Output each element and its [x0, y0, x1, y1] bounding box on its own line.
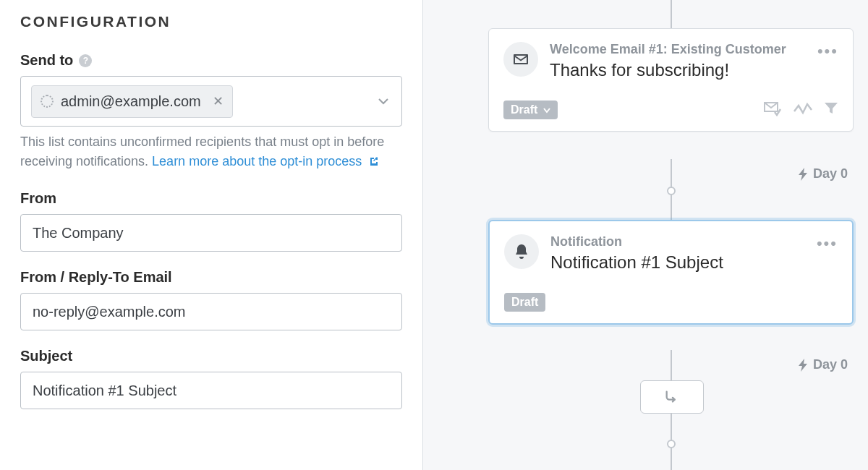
reply-to-label: From / Reply-To Email: [20, 269, 402, 286]
branch-node[interactable]: [640, 380, 704, 414]
help-icon[interactable]: ?: [79, 54, 92, 67]
opt-in-learn-more-link[interactable]: Learn more about the opt-in process: [152, 154, 380, 168]
from-label: From: [20, 190, 402, 207]
field-reply-to: From / Reply-To Email: [20, 269, 402, 330]
day-label: Day 0: [799, 166, 848, 181]
section-title: CONFIGURATION: [20, 13, 402, 30]
card-headline: Thanks for subscribing!: [550, 60, 806, 80]
activity-icon[interactable]: [793, 101, 812, 119]
card-more-icon[interactable]: •••: [817, 42, 838, 59]
reply-to-input[interactable]: [20, 293, 402, 330]
card-header: Welcome Email #1: Existing Customer Than…: [503, 42, 838, 80]
card-footer-icons: [763, 101, 838, 119]
subject-input[interactable]: [20, 372, 402, 409]
external-link-icon: [368, 153, 380, 173]
card-overline: Welcome Email #1: Existing Customer: [550, 42, 806, 57]
field-from: From: [20, 190, 402, 252]
card-overline: Notification: [550, 234, 805, 249]
card-titles: Welcome Email #1: Existing Customer Than…: [550, 42, 806, 80]
caret-down-icon: [543, 103, 550, 116]
field-subject: Subject: [20, 348, 402, 409]
flow-canvas[interactable]: Welcome Email #1: Existing Customer Than…: [423, 0, 868, 470]
flow-card-notification[interactable]: Notification Notification #1 Subject •••…: [488, 220, 854, 325]
flow-node-dot: [667, 440, 676, 448]
card-footer: Draft: [503, 101, 838, 119]
bell-icon: [504, 234, 539, 269]
connector-line: [671, 0, 672, 29]
bolt-icon: [799, 359, 809, 372]
send-to-label: Send to: [20, 52, 73, 69]
card-header: Notification Notification #1 Subject •••: [504, 234, 838, 273]
status-badge[interactable]: Draft: [504, 293, 545, 312]
day-label: Day 0: [799, 357, 848, 372]
bolt-icon: [799, 168, 809, 181]
field-send-to: Send to ? admin@example.com ✕ This list …: [20, 52, 402, 173]
branch-icon: [664, 389, 680, 405]
flow-card-email[interactable]: Welcome Email #1: Existing Customer Than…: [488, 28, 854, 132]
subject-label: Subject: [20, 348, 402, 364]
delivered-icon[interactable]: [763, 101, 782, 119]
remove-recipient-icon[interactable]: ✕: [213, 93, 224, 109]
card-footer: Draft: [504, 293, 838, 312]
status-badge-text: Draft: [511, 296, 538, 309]
flow-node-dot: [667, 187, 676, 195]
configuration-panel: CONFIGURATION Send to ? admin@example.co…: [0, 0, 423, 470]
card-headline: Notification #1 Subject: [550, 252, 805, 273]
mail-icon: [503, 42, 538, 77]
recipient-chip-text: admin@example.com: [61, 93, 201, 110]
status-badge-text: Draft: [511, 103, 537, 116]
from-input[interactable]: [20, 214, 402, 252]
send-to-select[interactable]: admin@example.com ✕: [20, 76, 402, 127]
filter-icon[interactable]: [824, 101, 838, 119]
status-badge[interactable]: Draft: [503, 101, 558, 119]
chevron-down-icon[interactable]: [378, 98, 388, 105]
card-more-icon[interactable]: •••: [817, 234, 838, 252]
send-to-helper: This list contains unconfirmed recipient…: [20, 132, 402, 173]
unconfirmed-icon: [41, 95, 54, 108]
send-to-label-row: Send to ?: [20, 52, 402, 69]
recipient-chip: admin@example.com ✕: [31, 85, 233, 118]
connector-line: [671, 350, 672, 380]
card-titles: Notification Notification #1 Subject: [550, 234, 805, 273]
